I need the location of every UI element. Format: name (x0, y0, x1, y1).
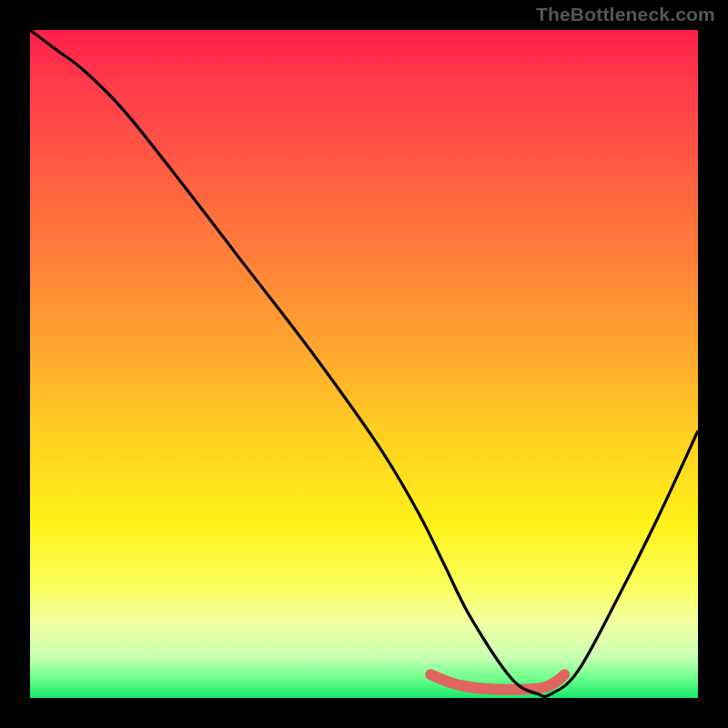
plot-area (30, 30, 698, 698)
highlight-segment (430, 674, 564, 690)
chart-svg (30, 30, 698, 698)
watermark-text: TheBottleneck.com (536, 4, 715, 25)
chart-container: TheBottleneck.com (0, 0, 728, 728)
curve-series (30, 30, 698, 697)
